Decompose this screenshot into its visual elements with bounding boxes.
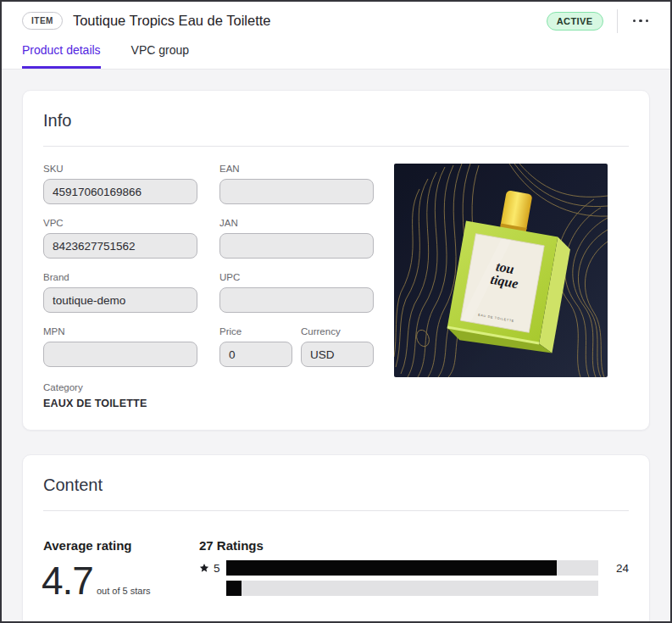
status-badge: ACTIVE	[547, 12, 603, 31]
sku-input[interactable]	[43, 179, 197, 204]
field-sku: SKU	[43, 164, 197, 204]
ean-label: EAN	[219, 164, 374, 174]
mpn-input[interactable]	[43, 342, 197, 367]
info-card: Info SKU EAN VPC JAN	[22, 90, 650, 431]
product-image: tou tique EAU DE TOILETTE	[394, 164, 608, 377]
currency-label: Currency	[301, 326, 374, 337]
ean-input[interactable]	[219, 179, 374, 204]
rating-row-5-star: 5 24	[199, 560, 629, 576]
average-rating-block: Average rating 4.7 out of 5 stars	[43, 538, 199, 601]
field-jan: JAN	[219, 218, 374, 259]
tab-vpc-group[interactable]: VPC group	[131, 43, 189, 69]
field-category: Category EAUX DE TOILETTE	[43, 382, 374, 409]
star-level-label: 5	[214, 562, 220, 575]
content-card: Content Average rating 4.7 out of 5 star…	[22, 454, 650, 623]
price-label: Price	[219, 326, 292, 337]
brand-input[interactable]	[43, 287, 197, 313]
header-divider	[617, 9, 618, 33]
field-ean: EAN	[219, 164, 374, 204]
info-fields: SKU EAN VPC JAN Brand	[43, 164, 374, 409]
rating-count: 24	[607, 562, 629, 575]
tab-bar: Product details VPC group	[22, 43, 650, 69]
main-content: Info SKU EAN VPC JAN	[2, 70, 670, 623]
jan-label: JAN	[219, 218, 374, 228]
vpc-input[interactable]	[43, 233, 197, 259]
overflow-menu-icon[interactable]	[631, 16, 651, 26]
info-divider	[43, 146, 629, 147]
tab-product-details[interactable]: Product details	[22, 43, 101, 69]
average-rating-value: 4.7	[42, 561, 93, 600]
field-currency: Currency	[301, 326, 374, 367]
upc-label: UPC	[219, 272, 374, 282]
field-vpc: VPC	[43, 218, 197, 259]
ratings-block: 27 Ratings 5 24	[199, 538, 629, 601]
sku-label: SKU	[43, 164, 197, 174]
rating-bar-fill	[226, 560, 557, 576]
ratings-count-heading: 27 Ratings	[199, 538, 629, 553]
rating-bar-track	[226, 560, 598, 576]
category-value: EAUX DE TOILETTE	[43, 398, 374, 409]
mpn-label: MPN	[43, 326, 197, 337]
page-title: Toutique Tropics Eau de Toilette	[73, 13, 547, 29]
rating-bar-fill-partial	[226, 581, 242, 596]
info-heading: Info	[43, 111, 629, 131]
field-price-currency: Price Currency	[219, 326, 374, 367]
average-rating-suffix: out of 5 stars	[97, 586, 151, 596]
rating-bar-track-partial	[226, 581, 598, 596]
jan-input[interactable]	[219, 233, 374, 259]
field-price: Price	[219, 326, 292, 367]
field-upc: UPC	[219, 272, 374, 313]
field-mpn: MPN	[43, 326, 197, 367]
page-header: ITEM Toutique Tropics Eau de Toilette AC…	[2, 2, 670, 70]
content-divider	[43, 510, 629, 511]
star-icon	[199, 563, 209, 573]
category-label: Category	[43, 382, 374, 392]
price-input[interactable]	[219, 342, 292, 367]
vpc-label: VPC	[43, 218, 197, 228]
currency-input[interactable]	[301, 342, 374, 367]
upc-input[interactable]	[219, 287, 374, 313]
field-brand: Brand	[43, 272, 197, 313]
content-heading: Content	[43, 476, 629, 495]
rating-row-partial	[199, 581, 629, 596]
item-type-badge: ITEM	[22, 12, 63, 30]
average-rating-label: Average rating	[43, 538, 199, 553]
brand-label: Brand	[43, 272, 197, 282]
